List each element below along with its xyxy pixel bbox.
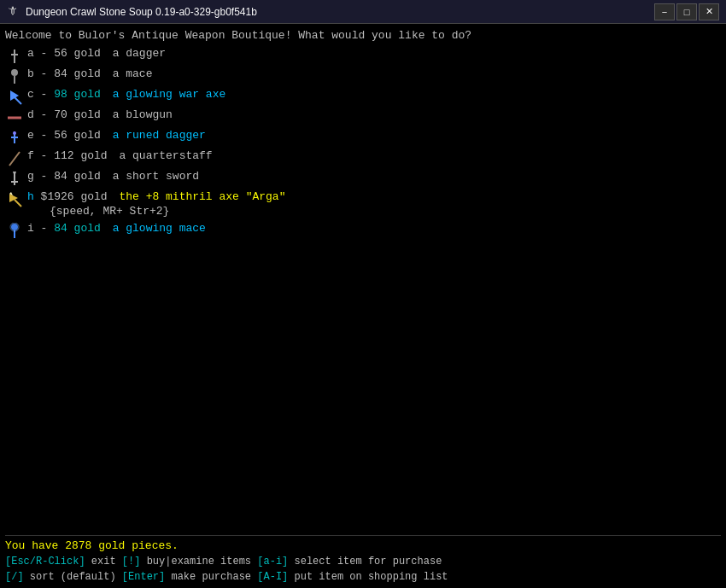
minimize-button[interactable]: − [654,3,675,20]
list-item[interactable]: e - 56 gold a runed dagger [5,129,721,148]
item-gold: 84 gold [54,67,101,80]
svg-line-15 [15,200,21,207]
separator: $ [34,190,48,203]
item-name: a runed dagger [106,129,206,142]
item-icon-glowing-mace [5,222,24,241]
item-text-a: a - 56 gold a dagger [27,47,166,60]
game-area: Welcome to Bulor's Antique Weapon Boutiq… [0,24,726,588]
list-item[interactable]: d - 70 gold a blowgun [5,108,721,127]
svg-point-17 [11,224,18,230]
help-line-2: [/] sort (default) [Enter] make purchase… [5,569,721,585]
item-text-i: i - 84 gold a glowing mace [27,222,206,235]
help-line-1: [Esc/R-Click] exit [!] buy|examine items… [5,554,721,569]
svg-line-5 [15,97,21,104]
item-gold: 112 gold [54,149,107,162]
svg-marker-13 [13,172,16,177]
list-item[interactable]: a - 56 gold a dagger [5,47,721,66]
item-name: a mace [106,67,153,80]
separator: - [34,108,54,121]
svg-point-9 [13,131,16,135]
item-name: a short sword [106,170,199,183]
item-key: f [27,149,34,162]
item-key: g [27,170,34,183]
title-bar-left: 🗡 Dungeon Crawl Stone Soup 0.19-a0-329-g… [7,5,257,19]
list-item[interactable]: f - 112 gold a quarterstaff [5,149,721,168]
item-key: d [27,108,34,121]
separator: - [34,149,54,162]
list-item[interactable]: h $1926 gold the +8 mithril axe "Arga"{s… [5,190,721,220]
item-gold: 70 gold [54,108,101,121]
list-item[interactable]: g - 84 gold a short sword [5,170,721,189]
item-icon-runed-dagger [5,129,24,148]
list-item[interactable]: i - 84 gold a glowing mace [5,222,721,241]
separator: - [34,129,54,142]
maximize-button[interactable]: □ [676,3,697,20]
item-gold: 56 gold [54,47,101,60]
separator: - [34,47,54,60]
artifact-subtext: {speed, MR+ Str+2} [50,203,285,220]
item-icon-dagger [5,47,24,66]
separator: - [34,170,54,183]
separator: - [34,222,54,235]
item-gold: 84 gold [54,170,101,183]
item-text-d: d - 70 gold a blowgun [27,108,173,121]
title-bar-text: Dungeon Crawl Stone Soup 0.19-a0-329-gb0… [26,6,257,18]
item-gold: 98 gold [54,88,101,101]
item-gold: 56 gold [54,129,101,142]
item-key: c [27,88,34,101]
item-icon-staff [5,149,24,168]
separator: - [34,88,54,101]
item-icon-sword [5,170,24,189]
item-name: a dagger [106,47,166,60]
title-bar: 🗡 Dungeon Crawl Stone Soup 0.19-a0-329-g… [0,0,726,24]
artifact-item-wrapper: h $1926 gold the +8 mithril axe "Arga"{s… [27,190,285,220]
item-text-b: b - 84 gold a mace [27,67,152,80]
list-item[interactable]: b - 84 gold a mace [5,67,721,86]
list-item[interactable]: c - 98 gold a glowing war axe [5,88,721,107]
main-content: Welcome to Bulor's Antique Weapon Boutiq… [5,27,721,535]
item-gold: 84 gold [54,222,101,235]
item-key: h [27,190,34,203]
item-icon-war-axe [5,88,24,107]
app-icon: 🗡 [7,5,20,19]
item-key: b [27,67,34,80]
items-list: a - 56 gold a daggerb - 84 gold a macec … [5,47,721,241]
item-text-h: h $1926 gold the +8 mithril axe "Arga" [27,190,285,203]
welcome-line: Welcome to Bulor's Antique Weapon Boutiq… [5,29,721,42]
svg-point-2 [11,69,18,76]
separator: - [34,67,54,80]
item-name: a blowgun [106,108,173,121]
item-icon-mace [5,67,24,86]
item-icon-blowgun [5,108,24,127]
item-key: a [27,47,34,60]
item-text-f: f - 112 gold a quarterstaff [27,149,213,162]
title-bar-controls: − □ ✕ [654,3,719,20]
item-name: a glowing war axe [106,88,225,101]
item-text-e: e - 56 gold a runed dagger [27,129,206,142]
esc-key-hint: [Esc/R-Click] exit [!] buy|examine items… [5,556,442,568]
item-text-c: c - 98 gold a glowing war axe [27,88,225,101]
sort-key-hint: [/] sort (default) [Enter] make purchase… [5,571,448,583]
bottom-section: You have 2878 gold pieces. [Esc/R-Click]… [5,535,721,585]
item-name: a glowing mace [106,222,206,235]
svg-line-10 [9,152,20,166]
item-key: i [27,222,34,235]
item-key: e [27,129,34,142]
item-text-g: g - 84 gold a short sword [27,170,199,183]
item-icon-mithril-axe [5,190,24,209]
gold-status: You have 2878 gold pieces. [5,539,721,552]
item-name: a quarterstaff [113,149,213,162]
item-gold: 1926 gold [47,190,107,203]
close-button[interactable]: ✕ [699,3,719,20]
item-name: the +8 mithril axe "Arga" [113,190,286,203]
